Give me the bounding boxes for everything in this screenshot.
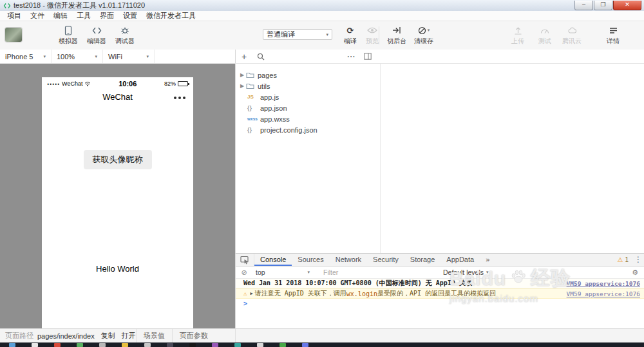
menu-ui[interactable]: 界面 — [95, 11, 118, 21]
taskbar-icon[interactable] — [167, 343, 173, 347]
console-warning-row: ⚠ ▶ 请注意无 AppID 关联下，调用 wx.login 是受限的，API … — [236, 288, 644, 299]
close-button[interactable]: ✕ — [613, 1, 641, 10]
chevron-down-icon: ▾ — [95, 54, 97, 59]
collapse-panel-icon[interactable] — [359, 53, 376, 60]
taskbar-icon[interactable] — [212, 343, 218, 347]
tab-network[interactable]: Network — [330, 254, 367, 266]
taskbar-icon[interactable] — [144, 343, 151, 347]
tree-folder-utils[interactable]: ▶ utils — [236, 80, 380, 91]
menu-bar: 项目 文件 编辑 工具 界面 设置 微信开发者工具 — [0, 11, 644, 21]
log-levels-select[interactable]: Default levels ▾ — [443, 268, 489, 276]
filter-input[interactable] — [322, 268, 421, 277]
tree-file-project-config[interactable]: {} project.config.json — [236, 124, 380, 135]
tab-console[interactable]: Console — [254, 254, 292, 266]
maximize-button[interactable]: ❐ — [594, 1, 612, 10]
folder-label: pages — [258, 71, 277, 79]
taskbar-icon[interactable] — [189, 343, 196, 347]
user-avatar[interactable] — [5, 28, 22, 42]
taskbar-icon[interactable] — [234, 343, 241, 347]
copy-link[interactable]: 复制 — [101, 331, 115, 341]
tree-file-app-js[interactable]: JS app.js — [236, 91, 380, 102]
folder-icon — [246, 71, 254, 79]
menu-settings[interactable]: 设置 — [118, 11, 142, 21]
warning-count-badge[interactable]: ⚠ 1 — [613, 254, 632, 266]
chevron-down-icon: ▾ — [326, 32, 328, 37]
editor-toggle-button[interactable]: 编辑器 — [82, 25, 111, 46]
tab-sources[interactable]: Sources — [292, 254, 329, 266]
console-filter-bar: ⊘ top ▾ Default levels ▾ ⚙ — [236, 267, 644, 279]
upload-button[interactable]: 上传 — [504, 25, 532, 46]
phone-icon — [64, 25, 72, 35]
phone-nav-bar: WeChat — [42, 90, 193, 106]
file-tree-panel: ▶ pages ▶ utils JS app.js {} app.json — [235, 64, 380, 253]
page-path-value: pages/index/index — [37, 332, 95, 340]
log-text: Wed Jan 31 2018 10:07:00 GMT+0800 (中国标准时… — [243, 279, 472, 288]
menu-edit[interactable]: 编辑 — [49, 11, 72, 21]
page-params-tab[interactable]: 页面参数 — [172, 329, 215, 342]
tencent-cloud-button[interactable]: 腾讯云 — [555, 25, 589, 46]
wifi-icon — [84, 78, 91, 89]
simulator-toggle-button[interactable]: 模拟器 — [54, 25, 82, 46]
tab-appdata[interactable]: AppData — [440, 254, 480, 266]
more-icon[interactable]: ⋯ — [343, 52, 359, 61]
to-background-button[interactable]: 切后台 — [383, 25, 411, 46]
console-prompt-row[interactable]: > — [236, 299, 644, 308]
menu-tools[interactable]: 工具 — [72, 11, 95, 21]
get-avatar-button[interactable]: 获取头像昵称 — [84, 150, 152, 169]
clear-cache-label: 清缓存 — [414, 37, 433, 46]
search-icon[interactable] — [252, 53, 269, 61]
context-value: top — [256, 268, 265, 276]
details-button[interactable]: 详情 — [599, 25, 627, 46]
kebab-menu-icon[interactable]: ⋮ — [632, 254, 644, 266]
taskbar-icon[interactable] — [122, 343, 128, 347]
clear-console-icon[interactable]: ⊘ — [236, 268, 252, 277]
console-settings-icon[interactable]: ⚙ — [632, 268, 638, 277]
page-path-label: 页面路径 — [5, 331, 33, 341]
taskbar-icon[interactable] — [77, 343, 83, 347]
more-tabs-icon[interactable]: » — [480, 254, 495, 266]
taskbar-icon[interactable] — [257, 343, 263, 347]
open-link[interactable]: 打开 — [122, 331, 136, 341]
add-file-icon[interactable]: + — [236, 52, 252, 62]
tree-file-app-json[interactable]: {} app.json — [236, 102, 380, 113]
network-select[interactable]: WiFi ▾ — [103, 50, 155, 63]
preview-label: 预览 — [366, 37, 379, 46]
source-link[interactable]: VM59 appservice:1076 — [567, 290, 640, 297]
json-file-icon: {} — [247, 105, 260, 111]
debugger-toggle-button[interactable]: 调试器 — [111, 25, 139, 46]
menu-project[interactable]: 项目 — [3, 11, 26, 21]
upload-icon — [514, 25, 522, 35]
tab-storage[interactable]: Storage — [404, 254, 441, 266]
editor-pane[interactable] — [380, 64, 644, 253]
file-label: app.js — [260, 93, 279, 101]
more-menu-icon[interactable] — [174, 97, 185, 99]
tab-security[interactable]: Security — [367, 254, 404, 266]
taskbar-icon[interactable] — [302, 343, 308, 347]
device-bar: iPhone 5 ▾ 100% ▾ WiFi ▾ + ⋯ — [0, 50, 644, 64]
minimize-button[interactable]: – — [574, 1, 593, 10]
tree-folder-pages[interactable]: ▶ pages — [236, 70, 380, 80]
taskbar-icon[interactable] — [9, 343, 15, 347]
zoom-select[interactable]: 100% ▾ — [52, 50, 103, 63]
compile-mode-select[interactable]: 普通编译 ▾ — [263, 29, 332, 40]
taskbar-icon[interactable] — [279, 343, 286, 347]
scene-value-tab[interactable]: 场景值 — [136, 329, 172, 342]
source-link[interactable]: VM59 appservice:1076 — [567, 280, 640, 287]
clear-cache-button[interactable]: ▾ 清缓存 — [408, 25, 439, 46]
menu-file[interactable]: 文件 — [26, 11, 49, 21]
json-file-icon: {} — [247, 127, 260, 133]
taskbar-icon[interactable] — [32, 343, 38, 347]
wechat-devtools-window: test2018 - 微信开发者工具 v1.01.1711020 – ❐ ✕ 项… — [0, 0, 644, 347]
device-select[interactable]: iPhone 5 ▾ — [0, 50, 52, 63]
taskbar-icon[interactable] — [54, 343, 61, 347]
taskbar-icon[interactable] — [99, 343, 106, 347]
inspect-element-icon[interactable] — [236, 254, 254, 266]
tree-file-app-wxss[interactable]: wxss app.wxss — [236, 113, 380, 124]
menu-devtools[interactable]: 微信开发者工具 — [142, 11, 200, 21]
expand-arrow-icon[interactable]: ▶ — [250, 291, 252, 296]
status-time: 10:06 — [118, 80, 137, 88]
chevron-right-icon: ▶ — [238, 83, 246, 89]
prompt-chevron-icon: > — [243, 300, 247, 307]
context-select[interactable]: top ▾ — [252, 268, 313, 276]
debugger-label: 调试器 — [115, 37, 135, 46]
